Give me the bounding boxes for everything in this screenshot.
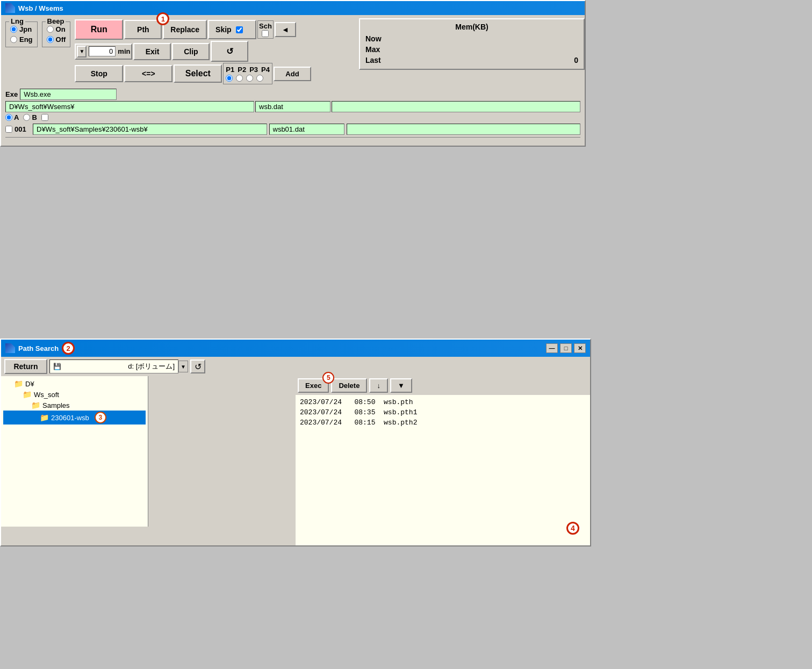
lng-jpn-label: Jpn bbox=[19, 25, 32, 33]
file-2-name: wsb.pth2 bbox=[384, 419, 417, 427]
skip-checkbox[interactable] bbox=[236, 26, 243, 33]
min-input[interactable] bbox=[89, 46, 116, 56]
app-icon bbox=[5, 3, 15, 13]
tree-item-samples[interactable]: 📁 Samples bbox=[3, 400, 146, 411]
mem-last-label: Last bbox=[365, 56, 381, 64]
buttons-area: Run Pth 1 Replace Skip bbox=[75, 19, 311, 84]
ab-b-radio[interactable] bbox=[23, 114, 30, 121]
select-button[interactable]: Select bbox=[174, 64, 222, 83]
sch-checkbox[interactable] bbox=[262, 30, 269, 37]
minimize-button[interactable]: — bbox=[546, 343, 558, 353]
path-search-window: Path Search 2 — □ ✕ Return 💾 d: [ボリューム] … bbox=[0, 339, 591, 546]
skip-button[interactable]: Skip bbox=[208, 20, 256, 39]
file-list: 2023/07/24 08:50 wsb.pth 2023/07/24 08:3… bbox=[296, 395, 590, 545]
p-group: P1 P2 P3 P4 bbox=[223, 63, 272, 84]
btn-row2: ▼ min Exit Clip ↺ bbox=[75, 41, 311, 62]
sample-001-checkbox[interactable] bbox=[5, 126, 12, 133]
path-search-toolbar: Return 💾 d: [ボリューム] ▼ ↺ bbox=[1, 357, 590, 376]
path-search-title-bar: Path Search 2 — □ ✕ bbox=[1, 340, 590, 357]
folder-d-icon: 📁 bbox=[14, 379, 23, 388]
tree-item-230601-wsb[interactable]: 📁 230601-wsb 3 bbox=[3, 411, 146, 425]
beep-on-radio[interactable] bbox=[47, 26, 54, 33]
clip-button[interactable]: Clip bbox=[172, 43, 210, 60]
pth-button[interactable]: Pth bbox=[124, 20, 162, 39]
tree-item-ws-soft[interactable]: 📁 Ws_soft bbox=[3, 389, 146, 400]
folder-samples-label: Samples bbox=[42, 401, 70, 409]
exe-input[interactable] bbox=[20, 89, 117, 100]
drive-selector: 💾 d: [ボリューム] ▼ bbox=[49, 359, 188, 373]
mem-panel: Mem(KB) Now Max Last 0 bbox=[359, 18, 585, 70]
refresh-button[interactable]: ↺ bbox=[211, 41, 248, 62]
ab-a-group: A bbox=[5, 113, 19, 121]
min-dropdown[interactable]: ▼ bbox=[77, 46, 87, 57]
folder-samples-icon: 📁 bbox=[31, 401, 40, 409]
replace-button[interactable]: Replace bbox=[163, 20, 207, 39]
top-window: Wsb / Wsems Mem(KB) Now Max Last 0 Lng bbox=[0, 0, 586, 147]
folder-tree: 📁 D¥ 📁 Ws_soft 📁 Samples 📁 230601-wsb bbox=[1, 376, 148, 527]
min-label: min bbox=[118, 47, 130, 55]
beep-on-label: On bbox=[56, 25, 66, 33]
file-item-2[interactable]: 2023/07/24 08:15 wsb.pth2 bbox=[298, 418, 588, 428]
lng-eng-radio[interactable] bbox=[10, 36, 17, 43]
p1-label: P1 bbox=[226, 66, 234, 74]
stop-button[interactable]: Stop bbox=[75, 65, 123, 82]
file-1-name: wsb.pth1 bbox=[384, 408, 417, 416]
beep-title: Beep bbox=[46, 17, 66, 25]
title-left: Path Search 2 bbox=[5, 342, 75, 355]
p2-radio[interactable] bbox=[236, 75, 243, 82]
mem-title: Mem(KB) bbox=[365, 23, 578, 31]
tree-item-d[interactable]: 📁 D¥ bbox=[3, 378, 146, 389]
btn-row1: Run Pth 1 Replace Skip bbox=[75, 19, 311, 40]
lng-eng-label: Eng bbox=[19, 35, 33, 44]
file-item-1[interactable]: 2023/07/24 08:35 wsb.pth1 bbox=[298, 407, 588, 418]
folder-230601-label: 230601-wsb bbox=[51, 414, 89, 422]
lng-eng-row: Eng bbox=[10, 34, 33, 45]
ab-extra-checkbox[interactable] bbox=[41, 114, 48, 121]
mem-now-value bbox=[546, 34, 578, 43]
min-area: ▼ min bbox=[75, 44, 132, 60]
drive-dropdown-arrow[interactable]: ▼ bbox=[178, 361, 188, 372]
drive-select-box[interactable]: 💾 d: [ボリューム] bbox=[49, 359, 178, 373]
main-dat-input[interactable] bbox=[255, 101, 330, 112]
right-panel-toolbar: Exec 5 Delete ↓ ▼ bbox=[296, 376, 590, 395]
sample-001-dat[interactable] bbox=[269, 124, 344, 135]
beep-off-radio[interactable] bbox=[47, 36, 54, 43]
lng-jpn-row: Jpn bbox=[10, 24, 33, 34]
beep-off-row: Off bbox=[47, 34, 66, 45]
add-button[interactable]: Add bbox=[274, 67, 311, 81]
p1-radio[interactable] bbox=[226, 75, 233, 82]
badge-3: 3 bbox=[95, 412, 106, 423]
delete-button[interactable]: Delete bbox=[331, 378, 367, 393]
beep-group: Beep On Off bbox=[42, 21, 71, 47]
return-button[interactable]: Return bbox=[4, 359, 47, 374]
sample-001-path[interactable] bbox=[33, 124, 267, 135]
lng-jpn-radio[interactable] bbox=[10, 26, 17, 33]
sample-001-extra[interactable] bbox=[347, 124, 581, 135]
sch-label: Sch bbox=[259, 22, 272, 30]
p4-radio[interactable] bbox=[256, 75, 263, 82]
horizontal-scrollbar[interactable] bbox=[5, 137, 580, 141]
down-button[interactable]: ↓ bbox=[369, 378, 388, 393]
run-button[interactable]: Run bbox=[75, 19, 123, 40]
mem-max-row: Max bbox=[365, 44, 578, 55]
bottom-button[interactable]: ▼ bbox=[390, 378, 412, 393]
badge-2: 2 bbox=[62, 342, 75, 355]
leq-button[interactable]: <=> bbox=[124, 65, 173, 82]
exit-button[interactable]: Exit bbox=[133, 43, 171, 60]
exec-badge-wrapper: Exec 5 bbox=[298, 378, 329, 393]
ab-a-radio[interactable] bbox=[5, 114, 12, 121]
p3-radio[interactable] bbox=[246, 75, 253, 82]
maximize-button[interactable]: □ bbox=[560, 343, 572, 353]
pth-badge-wrapper: Pth 1 bbox=[124, 20, 162, 39]
file-item-0[interactable]: 2023/07/24 08:50 wsb.pth bbox=[298, 397, 588, 407]
close-button[interactable]: ✕ bbox=[574, 343, 586, 353]
main-path-input[interactable] bbox=[5, 101, 254, 112]
folder-ws-soft-icon: 📁 bbox=[23, 390, 32, 399]
p4-label: P4 bbox=[261, 66, 270, 74]
ps-left-panel: 📁 D¥ 📁 Ws_soft 📁 Samples 📁 230601-wsb bbox=[1, 376, 296, 545]
window-control-buttons: — □ ✕ bbox=[546, 343, 586, 353]
nav-left-button[interactable]: ◄ bbox=[275, 22, 296, 37]
exe-row: Exe bbox=[5, 89, 580, 100]
main-extra-input[interactable] bbox=[332, 101, 580, 112]
ps-refresh-button[interactable]: ↺ bbox=[190, 359, 205, 373]
